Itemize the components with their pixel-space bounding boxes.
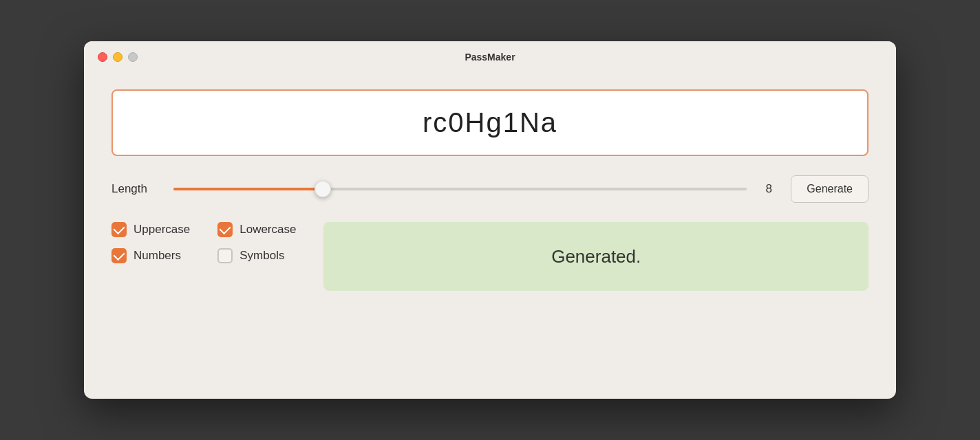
length-label: Length xyxy=(111,182,160,196)
slider-container xyxy=(173,188,747,190)
length-value: 8 xyxy=(760,182,777,196)
maximize-button[interactable] xyxy=(128,52,138,62)
checkbox-uppercase[interactable]: Uppercase xyxy=(111,222,190,237)
checkbox-label-symbols: Symbols xyxy=(239,249,284,263)
checkbox-label-lowercase: Lowercase xyxy=(239,223,296,236)
app-window: PassMaker rc0Hg1Na Length 8 Generate xyxy=(84,41,896,399)
checkbox-lowercase[interactable]: Lowercase xyxy=(217,222,296,237)
checkbox-box-uppercase xyxy=(111,222,127,237)
checkbox-label-numbers: Numbers xyxy=(134,249,181,263)
titlebar: PassMaker xyxy=(84,41,896,73)
password-display[interactable]: rc0Hg1Na xyxy=(111,89,869,156)
checkbox-box-lowercase xyxy=(217,222,233,237)
generate-button[interactable]: Generate xyxy=(791,175,869,203)
close-button[interactable] xyxy=(98,52,107,62)
checkbox-symbols[interactable]: Symbols xyxy=(217,248,296,263)
main-content: rc0Hg1Na Length 8 Generate Uppercase xyxy=(84,73,896,399)
checkbox-numbers[interactable]: Numbers xyxy=(111,248,190,263)
options-row: Uppercase Lowercase Numbers Symbols xyxy=(111,222,869,291)
minimize-button[interactable] xyxy=(113,52,122,62)
checkbox-box-numbers xyxy=(111,248,127,263)
status-text: Generated. xyxy=(551,246,641,267)
length-row: Length 8 Generate xyxy=(111,175,869,203)
traffic-lights xyxy=(98,52,138,62)
checkbox-box-symbols xyxy=(217,248,233,263)
checkbox-label-uppercase: Uppercase xyxy=(134,223,190,236)
status-panel: Generated. xyxy=(323,222,869,291)
window-title: PassMaker xyxy=(465,52,515,63)
checkboxes-grid: Uppercase Lowercase Numbers Symbols xyxy=(111,222,296,263)
